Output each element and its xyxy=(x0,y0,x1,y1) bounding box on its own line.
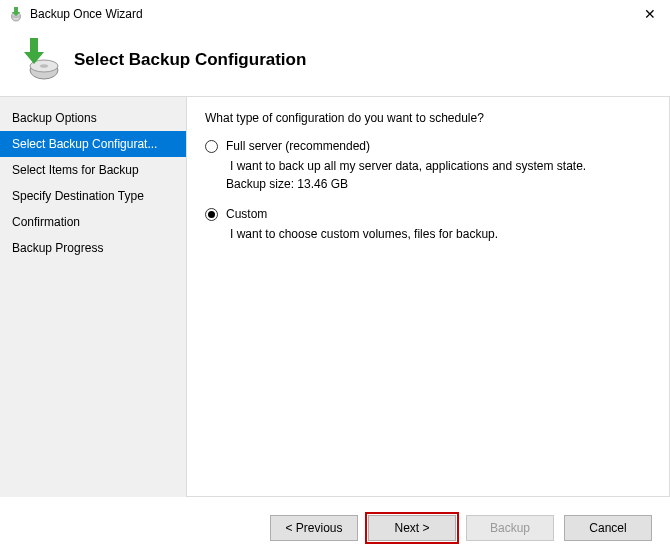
option-full-server-size: Backup size: 13.46 GB xyxy=(226,177,653,191)
option-full-server[interactable]: Full server (recommended) xyxy=(205,139,653,153)
radio-full-server[interactable] xyxy=(205,140,218,153)
cancel-button[interactable]: Cancel xyxy=(564,515,652,541)
option-full-server-label: Full server (recommended) xyxy=(226,139,370,153)
option-custom[interactable]: Custom xyxy=(205,207,653,221)
option-custom-desc: I want to choose custom volumes, files f… xyxy=(230,227,653,241)
sidebar-item-select-items-for-backup[interactable]: Select Items for Backup xyxy=(0,157,186,183)
wizard-header: Select Backup Configuration xyxy=(0,28,670,96)
close-icon[interactable]: ✕ xyxy=(638,6,662,22)
sidebar-item-specify-destination-type[interactable]: Specify Destination Type xyxy=(0,183,186,209)
sidebar-item-backup-options[interactable]: Backup Options xyxy=(0,105,186,131)
svg-point-4 xyxy=(40,64,48,68)
wizard-footer: < Previous Next > Backup Cancel xyxy=(0,500,670,556)
wizard-icon xyxy=(16,38,60,82)
next-button[interactable]: Next > xyxy=(368,515,456,541)
backup-button: Backup xyxy=(466,515,554,541)
page-title: Select Backup Configuration xyxy=(74,50,306,70)
previous-button[interactable]: < Previous xyxy=(270,515,358,541)
config-question: What type of configuration do you want t… xyxy=(205,111,653,125)
window-title: Backup Once Wizard xyxy=(30,7,638,21)
app-icon xyxy=(8,6,24,22)
sidebar-item-confirmation[interactable]: Confirmation xyxy=(0,209,186,235)
sidebar-item-backup-progress[interactable]: Backup Progress xyxy=(0,235,186,261)
sidebar-item-select-backup-configuration[interactable]: Select Backup Configurat... xyxy=(0,131,186,157)
option-full-server-desc: I want to back up all my server data, ap… xyxy=(230,159,653,173)
radio-custom[interactable] xyxy=(205,208,218,221)
option-custom-label: Custom xyxy=(226,207,267,221)
titlebar: Backup Once Wizard ✕ xyxy=(0,0,670,28)
main-panel: What type of configuration do you want t… xyxy=(186,97,670,497)
wizard-steps-sidebar: Backup Options Select Backup Configurat.… xyxy=(0,97,186,497)
content-area: Backup Options Select Backup Configurat.… xyxy=(0,97,670,497)
